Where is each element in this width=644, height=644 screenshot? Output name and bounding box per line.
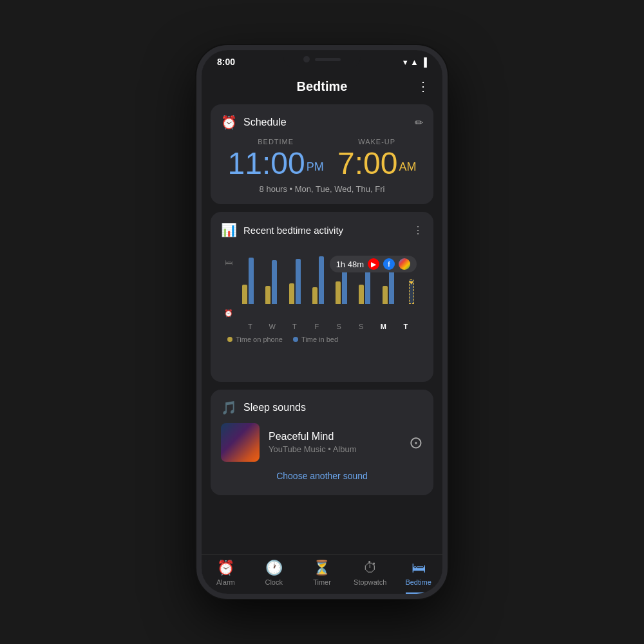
schedule-header-left: ⏰ Schedule bbox=[221, 115, 287, 130]
bar-group-t1 bbox=[239, 258, 257, 304]
speaker bbox=[315, 58, 341, 61]
sound-thumbnail bbox=[221, 423, 260, 462]
sounds-title: Sleep sounds bbox=[243, 402, 306, 413]
bed-top-icon: 🛏 bbox=[225, 258, 232, 267]
day-m: M bbox=[372, 323, 395, 330]
app-header: Bedtime ⋮ bbox=[202, 70, 442, 100]
day-s2: S bbox=[350, 323, 373, 330]
bedtime-label: BEDTIME bbox=[258, 138, 294, 146]
activity-card: 📊 Recent bedtime activity ⋮ 1h 48m ▶ f 🛏 bbox=[211, 212, 433, 382]
sound-sub: YouTube Music • Album bbox=[269, 444, 400, 454]
bedtime-suffix: PM bbox=[307, 160, 324, 174]
activity-card-header: 📊 Recent bedtime activity ⋮ bbox=[221, 222, 423, 238]
chrome-icon bbox=[399, 258, 410, 270]
camera bbox=[303, 56, 310, 62]
alarm-nav-icon: ⏰ bbox=[217, 560, 234, 576]
bar-bed bbox=[296, 259, 301, 304]
bar-group-f bbox=[309, 256, 327, 304]
activity-more-button[interactable]: ⋮ bbox=[413, 224, 423, 236]
screen-content: Bedtime ⋮ ⏰ Schedule ✏ BEDTIME 11:00 PM bbox=[202, 70, 442, 554]
day-t1: T bbox=[239, 323, 261, 330]
wakeup-suffix: AM bbox=[399, 160, 416, 174]
day-w: W bbox=[261, 323, 284, 330]
timer-nav-icon: ⏳ bbox=[313, 560, 330, 576]
bar-bed bbox=[249, 258, 254, 304]
bar-group-w bbox=[262, 260, 280, 304]
youtube-icon: ▶ bbox=[368, 258, 379, 270]
today-marker: ♥ bbox=[410, 279, 413, 286]
facebook-icon: f bbox=[383, 258, 395, 270]
schedule-title: Schedule bbox=[243, 117, 287, 128]
bar-bed bbox=[272, 260, 277, 304]
app-title: Bedtime bbox=[232, 79, 412, 94]
legend-phone-dot bbox=[227, 337, 232, 342]
activity-chart: 1h 48m ▶ f 🛏 ⏰ bbox=[221, 256, 423, 372]
play-button[interactable]: ⊙ bbox=[409, 433, 423, 453]
status-time: 8:00 bbox=[217, 57, 235, 67]
bar-phone bbox=[265, 286, 270, 304]
legend-bed-label: Time in bed bbox=[301, 336, 338, 343]
activity-title: Recent bedtime activity bbox=[243, 225, 343, 236]
bottom-nav: ⏰ Alarm 🕐 Clock ⏳ Timer ⏱ Stopwatch 🛏 Be… bbox=[202, 554, 442, 594]
wakeup-label: WAKE-UP bbox=[358, 138, 395, 146]
day-t2: T bbox=[283, 323, 306, 330]
bar-phone bbox=[359, 285, 364, 304]
stopwatch-nav-label: Stopwatch bbox=[354, 578, 386, 586]
bedtime-col[interactable]: BEDTIME 11:00 PM bbox=[228, 138, 324, 179]
clock-nav-icon: 🕐 bbox=[265, 560, 283, 576]
signal-icon: ▲ bbox=[410, 57, 419, 67]
phone-frame: 8:00 ▾ ▲ ▐ Bedtime ⋮ ⏰ Schedule ✏ bbox=[196, 45, 448, 599]
chart-tooltip: 1h 48m ▶ f bbox=[330, 256, 417, 272]
legend-phone: Time on phone bbox=[227, 336, 283, 343]
edit-schedule-button[interactable]: ✏ bbox=[415, 117, 423, 129]
phone-notch bbox=[283, 50, 361, 68]
bedtime-nav-icon: 🛏 bbox=[412, 560, 426, 576]
nav-clock[interactable]: 🕐 Clock bbox=[250, 560, 298, 586]
alarm-nav-label: Alarm bbox=[216, 578, 235, 586]
bar-phone bbox=[336, 281, 341, 304]
bar-bed bbox=[319, 256, 324, 304]
sounds-card-header: 🎵 Sleep sounds bbox=[221, 400, 423, 415]
status-icons: ▾ ▲ ▐ bbox=[403, 57, 427, 67]
wakeup-time: 7:00 bbox=[337, 148, 397, 179]
wifi-icon: ▾ bbox=[403, 57, 408, 67]
day-f: F bbox=[306, 323, 328, 330]
music-icon: 🎵 bbox=[221, 400, 237, 415]
nav-alarm[interactable]: ⏰ Alarm bbox=[202, 560, 250, 586]
choose-sound-button[interactable]: Choose another sound bbox=[221, 462, 423, 485]
schedule-card: ⏰ Schedule ✏ BEDTIME 11:00 PM WAKE-UP 7:… bbox=[211, 104, 433, 204]
tooltip-time: 1h 48m bbox=[336, 260, 364, 269]
schedule-summary: 8 hours • Mon, Tue, Wed, Thu, Fri bbox=[221, 184, 423, 194]
bar-phone bbox=[289, 283, 294, 304]
wakeup-time-row: 7:00 AM bbox=[337, 148, 416, 179]
bar-chart-icon: 📊 bbox=[221, 222, 237, 238]
schedule-times: BEDTIME 11:00 PM WAKE-UP 7:00 AM bbox=[221, 138, 423, 179]
bar-phone bbox=[383, 286, 388, 304]
day-s1: S bbox=[328, 323, 350, 330]
more-menu-button[interactable]: ⋮ bbox=[412, 79, 430, 94]
legend-bed: Time in bed bbox=[293, 336, 338, 343]
day-today: T bbox=[395, 323, 417, 330]
nav-stopwatch[interactable]: ⏱ Stopwatch bbox=[346, 560, 394, 586]
legend-phone-label: Time on phone bbox=[236, 336, 283, 343]
nav-timer[interactable]: ⏳ Timer bbox=[298, 560, 346, 586]
bedtime-time-row: 11:00 PM bbox=[228, 148, 324, 179]
power-button bbox=[446, 166, 448, 211]
sound-info: Peaceful Mind YouTube Music • Album bbox=[269, 431, 400, 454]
bar-phone bbox=[312, 287, 317, 304]
legend-bed-dot bbox=[293, 337, 298, 342]
bedtime-nav-label: Bedtime bbox=[405, 578, 431, 586]
sound-item[interactable]: Peaceful Mind YouTube Music • Album ⊙ bbox=[221, 423, 423, 462]
battery-icon: ▐ bbox=[421, 57, 427, 67]
alarm-clock-icon: ⏰ bbox=[221, 115, 237, 130]
wakeup-col[interactable]: WAKE-UP 7:00 AM bbox=[337, 138, 416, 179]
clock-nav-label: Clock bbox=[265, 578, 283, 586]
bar-group-t2 bbox=[286, 259, 304, 304]
sounds-header-left: 🎵 Sleep sounds bbox=[221, 400, 306, 415]
bar-phone bbox=[242, 285, 247, 304]
nav-bedtime[interactable]: 🛏 Bedtime bbox=[394, 560, 442, 586]
timer-nav-label: Timer bbox=[313, 578, 331, 586]
alarm-bottom-icon: ⏰ bbox=[224, 309, 233, 317]
bedtime-time: 11:00 bbox=[228, 148, 305, 179]
stopwatch-nav-icon: ⏱ bbox=[363, 560, 377, 576]
